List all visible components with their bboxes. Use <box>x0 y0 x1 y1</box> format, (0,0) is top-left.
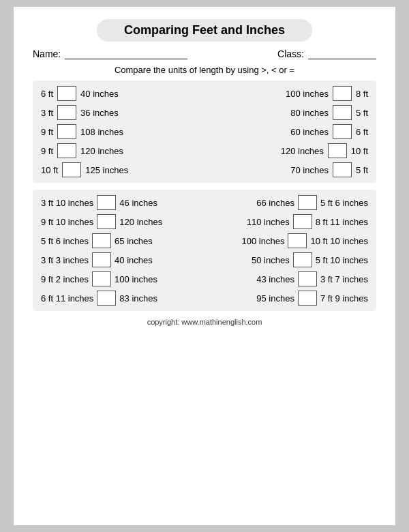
right-value2: 5 ft <box>356 165 368 175</box>
name-field: Name: <box>33 48 187 59</box>
answer-box[interactable] <box>97 291 116 306</box>
right-val1: 95 inches <box>256 293 294 304</box>
worksheet-page: Comparing Feet and Inches Name: Class: C… <box>14 7 395 525</box>
right-val1: 50 inches <box>252 255 290 265</box>
answer-box[interactable] <box>288 233 307 248</box>
right-value2: 10 ft <box>351 146 368 156</box>
right-cell: 66 inches 5 ft 6 inches <box>211 195 368 210</box>
comparison-row: 6 ft 40 inches 100 inches 8 ft <box>41 86 368 101</box>
comparison-row: 9 ft 108 inches 60 inches 6 ft <box>41 124 368 139</box>
answer-box[interactable] <box>92 233 111 248</box>
class-input-line <box>308 48 376 59</box>
left-half: 9 ft 120 inches <box>41 143 198 158</box>
answer-box[interactable] <box>328 143 347 158</box>
comparison-row-2: 9 ft 10 inches 120 inches 110 inches 8 f… <box>41 214 368 229</box>
comparison-row-2: 3 ft 3 inches 40 inches 50 inches 5 ft 1… <box>41 252 368 267</box>
left-value2: 125 inches <box>85 165 128 175</box>
left-cell: 9 ft 10 inches 120 inches <box>41 214 198 229</box>
left-value2: 40 inches <box>80 89 119 99</box>
answer-box[interactable] <box>97 214 116 229</box>
right-value2: 5 ft <box>356 108 368 118</box>
left-value1: 10 ft <box>41 165 58 175</box>
class-field: Class: <box>277 48 376 59</box>
left-value1: 3 ft <box>41 108 53 118</box>
right-value2: 8 ft <box>356 89 368 99</box>
right-val1: 110 inches <box>247 217 290 227</box>
right-val1: 100 inches <box>242 236 285 246</box>
left-val1: 6 ft 11 inches <box>41 293 93 304</box>
left-val2: 65 inches <box>115 236 153 246</box>
answer-box[interactable] <box>92 271 111 286</box>
answer-box[interactable] <box>97 195 116 210</box>
right-value1: 80 inches <box>290 108 329 118</box>
comparison-row-2: 9 ft 2 inches 100 inches 43 inches 3 ft … <box>41 271 368 286</box>
left-cell: 6 ft 11 inches 83 inches <box>41 291 198 306</box>
left-cell: 3 ft 3 inches 40 inches <box>41 252 198 267</box>
left-val1: 9 ft 10 inches <box>41 217 93 227</box>
left-half: 9 ft 108 inches <box>41 124 198 139</box>
answer-box[interactable] <box>293 214 312 229</box>
right-value1: 70 inches <box>290 165 329 175</box>
comparison-row: 9 ft 120 inches 120 inches 10 ft <box>41 143 368 158</box>
left-val2: 40 inches <box>115 255 153 265</box>
section-2: 3 ft 10 inches 46 inches 66 inches 5 ft … <box>33 190 376 311</box>
right-half: 120 inches 10 ft <box>211 143 368 158</box>
right-val1: 43 inches <box>256 274 294 284</box>
right-cell: 110 inches 8 ft 11 inches <box>211 214 368 229</box>
answer-box[interactable] <box>57 105 76 120</box>
answer-box[interactable] <box>333 86 352 101</box>
left-val1: 9 ft 2 inches <box>41 274 89 284</box>
right-cell: 50 inches 5 ft 10 inches <box>211 252 368 267</box>
left-value2: 108 inches <box>80 127 123 137</box>
answer-box[interactable] <box>298 195 317 210</box>
left-half: 6 ft 40 inches <box>41 86 198 101</box>
name-input-line <box>65 48 187 59</box>
answer-box[interactable] <box>298 271 317 286</box>
right-val2: 5 ft 10 inches <box>316 255 368 265</box>
answer-box[interactable] <box>333 124 352 139</box>
left-value1: 6 ft <box>41 89 53 99</box>
left-half: 10 ft 125 inches <box>41 162 198 177</box>
right-val2: 7 ft 9 inches <box>320 293 368 304</box>
right-val1: 66 inches <box>256 198 294 208</box>
right-half: 80 inches 5 ft <box>211 105 368 120</box>
left-val1: 5 ft 6 inches <box>41 236 89 246</box>
answer-box[interactable] <box>57 143 76 158</box>
right-value2: 6 ft <box>356 127 368 137</box>
section-1: 6 ft 40 inches 100 inches 8 ft 3 ft 36 i… <box>33 80 376 183</box>
answer-box[interactable] <box>333 162 352 177</box>
left-cell: 3 ft 10 inches 46 inches <box>41 195 198 210</box>
copyright-text: copyright: www.mathinenglish.com <box>33 318 376 326</box>
name-label: Name: <box>33 48 61 59</box>
right-value1: 100 inches <box>286 89 329 99</box>
left-value2: 120 inches <box>80 146 123 156</box>
answer-box[interactable] <box>333 105 352 120</box>
answer-box[interactable] <box>92 252 111 267</box>
comparison-row: 3 ft 36 inches 80 inches 5 ft <box>41 105 368 120</box>
left-val2: 100 inches <box>115 274 157 284</box>
right-cell: 43 inches 3 ft 7 inches <box>211 271 368 286</box>
comparison-row: 10 ft 125 inches 70 inches 5 ft <box>41 162 368 177</box>
answer-box[interactable] <box>57 124 76 139</box>
right-val2: 10 ft 10 inches <box>310 236 368 246</box>
answer-box[interactable] <box>62 162 81 177</box>
left-val1: 3 ft 10 inches <box>41 198 93 208</box>
comparison-row-2: 3 ft 10 inches 46 inches 66 inches 5 ft … <box>41 195 368 210</box>
right-value1: 120 inches <box>281 146 324 156</box>
left-val2: 46 inches <box>119 198 157 208</box>
answer-box[interactable] <box>298 291 317 306</box>
left-value1: 9 ft <box>41 146 53 156</box>
right-half: 100 inches 8 ft <box>211 86 368 101</box>
right-val2: 5 ft 6 inches <box>320 198 368 208</box>
title-section: Comparing Feet and Inches <box>33 19 376 42</box>
left-value1: 9 ft <box>41 127 53 137</box>
answer-box[interactable] <box>293 252 312 267</box>
name-class-row: Name: Class: <box>33 48 376 59</box>
answer-box[interactable] <box>57 86 76 101</box>
left-val2: 83 inches <box>119 293 157 304</box>
comparison-row-2: 6 ft 11 inches 83 inches 95 inches 7 ft … <box>41 291 368 306</box>
left-half: 3 ft 36 inches <box>41 105 198 120</box>
left-cell: 5 ft 6 inches 65 inches <box>41 233 198 248</box>
left-cell: 9 ft 2 inches 100 inches <box>41 271 198 286</box>
right-half: 60 inches 6 ft <box>211 124 368 139</box>
